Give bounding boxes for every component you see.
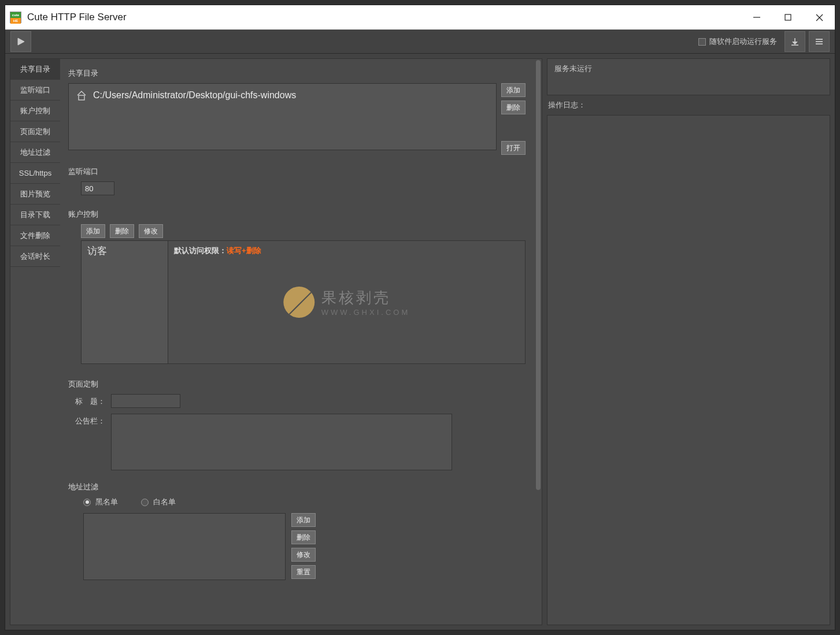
guest-item[interactable]: 访客 [87,244,162,258]
blacklist-radio[interactable]: 黑名单 [83,497,118,507]
svg-rect-10 [79,95,84,100]
status-box: 服务未运行 [547,58,830,95]
autostart-label: 随软件启动运行服务 [709,36,777,47]
play-button[interactable] [10,31,31,52]
notice-textarea[interactable] [111,414,452,470]
watermark-cn: 果核剥壳 [321,288,410,308]
share-dir-title: 共享目录 [68,68,526,79]
log-box[interactable] [547,115,830,625]
account-edit-button[interactable]: 修改 [139,224,163,238]
filter-delete-button[interactable]: 删除 [291,530,316,544]
share-dir-path: C:/Users/Administrator/Desktop/gui-chfs-… [93,90,296,101]
account-delete-button[interactable]: 删除 [110,224,134,238]
toolbar: 随软件启动运行服务 [5,29,835,54]
share-delete-button[interactable]: 删除 [501,101,526,114]
autostart-checkbox[interactable]: 随软件启动运行服务 [698,36,777,47]
main-panel: 共享目录 监听端口 账户控制 页面定制 地址过滤 SSL/https 图片预览 … [10,58,542,625]
sidebar-item-addr-filter[interactable]: 地址过滤 [10,142,60,163]
filter-add-button[interactable]: 添加 [291,513,316,527]
watermark: 果核剥壳 WWW.GHXI.COM [283,287,410,318]
account-title: 账户控制 [68,209,526,220]
radio-icon [141,499,149,506]
share-dir-list[interactable]: C:/Users/Administrator/Desktop/gui-chfs-… [68,83,497,150]
title-label: 标 题： [68,394,105,407]
sidebar-item-file-delete[interactable]: 文件删除 [10,225,60,246]
title-input[interactable] [111,394,180,408]
blacklist-label: 黑名单 [95,497,118,507]
sidebar-item-dir-download[interactable]: 目录下载 [10,205,60,225]
minimize-button[interactable] [741,5,772,29]
port-input[interactable] [81,181,114,195]
menu-button[interactable] [809,31,830,52]
sidebar-item-page-custom[interactable]: 页面定制 [10,121,60,142]
sidebar: 共享目录 监听端口 账户控制 页面定制 地址过滤 SSL/https 图片预览 … [10,59,60,625]
perm-label: 默认访问权限： [174,246,227,255]
checkbox-icon [698,38,706,46]
filter-reset-button[interactable]: 重置 [291,565,316,579]
status-text: 服务未运行 [554,64,592,73]
radio-icon [83,499,91,506]
content-area: 共享目录 C:/Users/Administrator/Desktop/gui-… [60,59,542,625]
sidebar-item-share-dir[interactable]: 共享目录 [10,59,60,80]
svg-marker-4 [18,38,24,45]
notice-label: 公告栏： [68,414,105,426]
account-detail: 默认访问权限：读写+删除 果核剥壳 WWW.GHXI.COM [168,241,525,363]
sidebar-item-session[interactable]: 会话时长 [10,246,60,267]
download-button[interactable] [785,31,805,52]
share-add-button[interactable]: 添加 [501,83,526,97]
share-open-button[interactable]: 打开 [501,141,526,155]
perm-value: 读写+删除 [227,246,261,255]
maximize-button[interactable] [772,5,804,29]
sidebar-item-ssl[interactable]: SSL/https [10,163,60,184]
titlebar: cuteHE Cute HTTP File Server [5,5,835,29]
account-add-button[interactable]: 添加 [81,224,105,238]
addr-filter-title: 地址过滤 [68,482,526,492]
filter-list[interactable] [83,513,286,580]
app-icon: cuteHE [10,12,21,23]
sidebar-item-port[interactable]: 监听端口 [10,80,60,101]
account-box: 访客 默认访问权限：读写+删除 果核剥壳 WWW.GHXI.COM [81,240,526,364]
svg-rect-1 [785,14,791,20]
account-user-list[interactable]: 访客 [82,241,168,363]
close-button[interactable] [804,5,835,29]
right-panel: 服务未运行 操作日志： [547,58,830,625]
port-title: 监听端口 [68,166,526,177]
scrollbar[interactable] [536,60,541,490]
watermark-logo-icon [283,287,314,318]
filter-edit-button[interactable]: 修改 [291,548,316,562]
whitelist-label: 白名单 [153,497,176,507]
share-dir-item[interactable]: C:/Users/Administrator/Desktop/gui-chfs-… [72,87,493,103]
home-icon [76,90,87,101]
log-label: 操作日志： [547,100,830,110]
window-title: Cute HTTP File Server [27,12,127,23]
sidebar-item-account[interactable]: 账户控制 [10,101,60,121]
page-custom-title: 页面定制 [68,379,526,389]
watermark-en: WWW.GHXI.COM [321,308,410,317]
whitelist-radio[interactable]: 白名单 [141,497,176,507]
sidebar-item-image-preview[interactable]: 图片预览 [10,184,60,205]
